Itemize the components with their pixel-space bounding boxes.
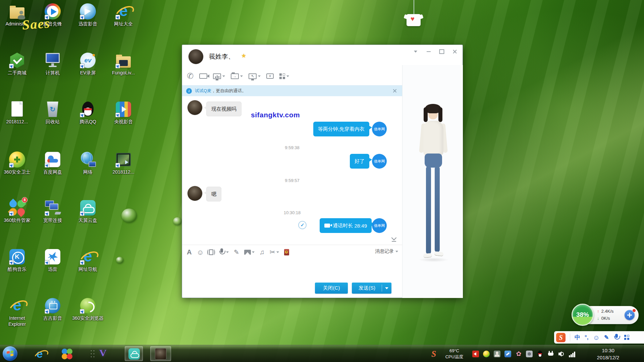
desktop-icon-xunlei[interactable]: 迅雷 (36, 248, 69, 273)
taskbar-clock[interactable]: 10:30 2018/12/2 (588, 347, 628, 361)
desktop-icon-internet-explorer[interactable]: e Internet Explorer (0, 297, 34, 327)
window-titlebar[interactable]: 莪姓李、 ★ (182, 45, 463, 66)
send-button[interactable]: 发送(S) (352, 283, 391, 294)
announcement-tray-icon[interactable] (472, 351, 479, 357)
volume-icon[interactable] (558, 351, 565, 357)
desktop-icon-kugou[interactable]: K 酷狗音乐 (0, 248, 34, 273)
sogou-tray-icon[interactable]: S (431, 349, 436, 359)
ime-punctuation-toggle[interactable]: °, (585, 335, 589, 340)
close-chat-button[interactable]: 关闭(C) (315, 283, 348, 294)
taskbar-cloud-app-button[interactable] (125, 346, 143, 361)
360-tray-icon[interactable] (483, 351, 490, 357)
desktop-icon-recycle-bin[interactable]: ↻ 回收站 (36, 101, 69, 125)
peer-avatar[interactable] (187, 100, 202, 115)
cpu-temperature[interactable]: 69°C CPU温度 (440, 348, 468, 360)
desktop-icon-xunlei-yingyin[interactable]: 迅雷影音 (71, 3, 105, 27)
net-speed-widget[interactable]: 38% ↑ 2.4K/s ↓ 0K/s (573, 306, 639, 324)
self-avatar[interactable]: 借单网 (372, 122, 387, 136)
handwriting-button[interactable]: ✎ (234, 249, 239, 255)
peer-avatar[interactable] (187, 186, 202, 201)
font-style-button[interactable]: A (187, 248, 192, 256)
user-tray-icon[interactable] (494, 351, 500, 357)
desktop-icon-tencent-qq[interactable]: 腾讯QQ (71, 101, 105, 125)
xunlei-bird-icon (44, 248, 61, 265)
ime-handwriting-button[interactable]: ✎ (604, 335, 609, 340)
message-bubble-incoming: 现在视频吗 (206, 102, 241, 116)
start-button[interactable] (3, 346, 17, 361)
message-input[interactable] (182, 257, 402, 279)
window-menu-button[interactable] (411, 48, 420, 55)
desktop-icon-video-file[interactable]: 2018112... (107, 151, 140, 175)
power-plug-icon[interactable] (547, 351, 554, 357)
close-button[interactable] (450, 48, 459, 55)
screen-share-button[interactable] (213, 73, 225, 79)
sogou-logo-icon[interactable]: S (556, 333, 566, 342)
blue-app-tray-icon[interactable] (504, 351, 511, 357)
camera-tray-icon[interactable] (526, 351, 533, 357)
desktop-icon-ershou-shangcheng[interactable]: 二手商城 (0, 52, 34, 76)
desktop-icon-jiji-player[interactable]: 吉吉影音 (36, 297, 69, 321)
create-session-button[interactable]: + (266, 73, 274, 79)
desktop-icon-baidu-pan[interactable]: 百度网盘 (36, 151, 69, 175)
ime-mode-toggle[interactable]: 中 (575, 335, 580, 340)
voice-call-button[interactable]: ✆ (187, 72, 194, 80)
desktop-icon-wangzhidaquan[interactable]: e 网址大全 (107, 3, 140, 27)
window-shake-button[interactable] (209, 249, 213, 255)
shake-icon (209, 249, 213, 255)
desktop-icon-tianyi-cloud[interactable]: 天翼云盘 (71, 199, 105, 224)
taskbar-media-button[interactable] (61, 348, 73, 360)
desktop-icon-ev-luping[interactable]: ev EV录屏 (71, 52, 105, 76)
banner-close-icon[interactable] (392, 88, 397, 94)
qq-tray-icon[interactable] (537, 351, 543, 357)
desktop-icon-wangzhi-daohang[interactable]: e 网址导航 (71, 248, 105, 273)
desktop-icon-document[interactable]: 2018112... (0, 101, 34, 125)
upload-arrow-icon: ↑ (597, 309, 599, 314)
ime-voice-button[interactable] (613, 334, 620, 341)
desktop-icon-360-soft[interactable]: 8 360软件管家 (0, 199, 34, 224)
ime-toolbox-button[interactable] (624, 335, 630, 340)
taskbar-ie-button[interactable]: e (34, 348, 46, 360)
screen-demo-icon (213, 73, 221, 79)
maximize-button[interactable] (437, 48, 446, 55)
shortcut-arrow-icon (80, 113, 85, 117)
screenshot-button[interactable]: ✂ (270, 249, 279, 255)
message-history-button[interactable]: 消息记录 (375, 248, 398, 254)
network-signal-icon[interactable] (569, 351, 575, 357)
desktop-icon-360-browser[interactable]: 360安全浏览器 (71, 297, 105, 321)
360-software-icon: 8 (8, 199, 26, 217)
shortcut-arrow-icon (80, 260, 85, 265)
taskbar-v-app-button[interactable]: V (99, 347, 107, 359)
red-envelope-icon: ¥ (284, 249, 289, 255)
desktop-icon-360-safe[interactable]: 360安全卫士 (0, 151, 34, 175)
minimize-button[interactable] (424, 48, 433, 55)
apps-button[interactable] (279, 73, 289, 79)
desktop-icon-computer[interactable]: 计算机 (36, 52, 69, 76)
self-avatar[interactable]: 借单网 (372, 218, 387, 233)
kugou-music-icon: K (8, 248, 26, 265)
red-packet-button[interactable]: ¥ (284, 249, 289, 255)
desktop-icon-cctv[interactable]: 央视影音 (107, 101, 140, 125)
desktop-icon-network[interactable]: 网络 (71, 151, 105, 175)
qq-show-avatar-girl[interactable] (413, 104, 453, 265)
desktop-icon-fungolive[interactable]: FungoLiv... (107, 52, 140, 76)
banner-link[interactable]: 试试Q麦 (195, 88, 211, 94)
voice-message-button[interactable] (218, 248, 229, 256)
video-call-button[interactable] (199, 73, 207, 79)
ornament-string (414, 0, 414, 15)
image-button[interactable] (244, 250, 255, 255)
peer-avatar[interactable] (189, 49, 203, 64)
scroll-to-bottom-icon[interactable] (391, 236, 397, 242)
chevron-down-icon (395, 251, 398, 252)
flower-tray-icon[interactable]: ✿ (515, 351, 522, 357)
self-avatar[interactable]: 借单网 (372, 154, 387, 169)
memory-ball[interactable]: 38% (572, 304, 594, 326)
file-transfer-button[interactable]: → (231, 73, 243, 79)
scissors-icon: ✂ (270, 249, 275, 255)
emoji-button[interactable]: ☺ (197, 249, 204, 256)
music-share-button[interactable]: ♫ (260, 249, 265, 255)
desktop-icon-broadband[interactable]: 宽带连接 (36, 199, 69, 224)
send-options-caret-icon[interactable] (385, 287, 388, 289)
taskbar-qq-chat-button[interactable] (150, 346, 171, 361)
remote-assist-button[interactable]: ↖ (249, 73, 261, 79)
ime-emoji-button[interactable]: ☺ (593, 334, 600, 341)
